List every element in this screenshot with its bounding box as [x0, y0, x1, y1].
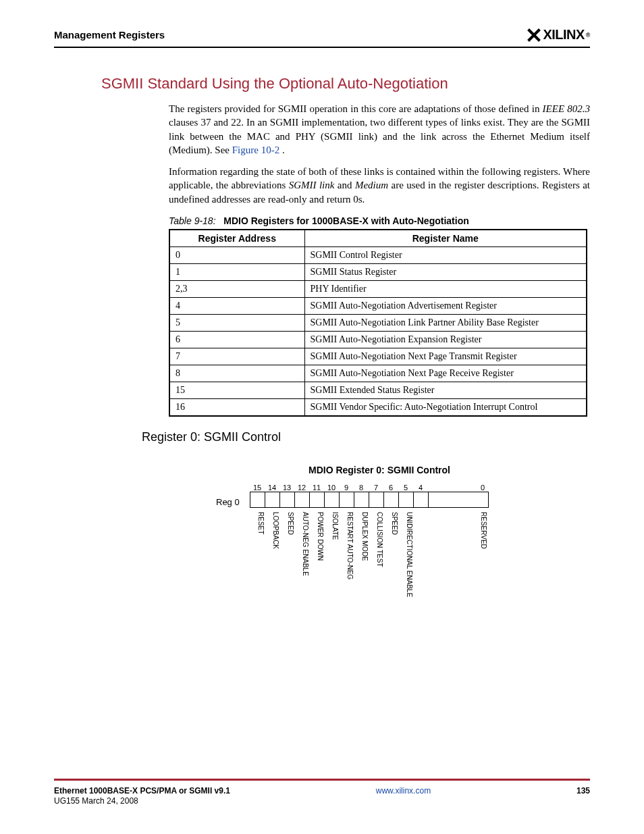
cell-name: SGMII Auto-Negotiation Advertisement Reg… — [304, 297, 587, 314]
bit-cell — [399, 492, 414, 507]
cell-name: SGMII Auto-Negotiation Expansion Registe… — [304, 331, 587, 348]
bit-cell — [310, 492, 325, 507]
table-header-row: Register Address Register Name — [169, 230, 587, 247]
table-row: 16SGMII Vendor Specific: Auto-Negotiatio… — [169, 398, 587, 416]
bit-label: SPEED — [383, 509, 398, 644]
cell-addr: 7 — [169, 348, 304, 365]
cell-addr: 1 — [169, 263, 304, 280]
xilinx-logo: XILINX ® — [527, 27, 590, 43]
bit-cell — [325, 492, 340, 507]
footer-url-link[interactable]: www.xilinx.com — [376, 786, 431, 796]
bit-cell — [414, 492, 429, 507]
bit-cell — [280, 492, 295, 507]
cell-name: SGMII Auto-Negotiation Next Page Receive… — [304, 365, 587, 382]
bit-label: DUPLEX MODE — [354, 509, 369, 644]
bit-cell — [250, 492, 265, 507]
bit-number: 4 — [413, 484, 428, 492]
section-heading: SGMII Standard Using the Optional Auto-N… — [101, 75, 590, 93]
table-row: 0SGMII Control Register — [169, 246, 587, 263]
bit-label: UNIDIRECTIONAL ENABLE — [398, 509, 413, 644]
xilinx-logo-text: XILINX — [543, 27, 584, 43]
cell-addr: 4 — [169, 297, 304, 314]
register-label: Reg 0 — [216, 497, 240, 507]
text-run: The registers provided for SGMII operati… — [169, 103, 543, 114]
footer-left: Ethernet 1000BASE-X PCS/PMA or SGMII v9.… — [54, 786, 230, 807]
bit-number: 8 — [354, 484, 369, 492]
cell-name: PHY Identifier — [304, 280, 587, 297]
table-row: 8SGMII Auto-Negotiation Next Page Receiv… — [169, 365, 587, 382]
page-footer: Ethernet 1000BASE-X PCS/PMA or SGMII v9.… — [54, 779, 590, 807]
table-row: 2,3PHY Identifier — [169, 280, 587, 297]
cell-name: SGMII Status Register — [304, 263, 587, 280]
bit-cells — [250, 492, 489, 508]
table-row: 15SGMII Extended Status Register — [169, 382, 587, 398]
figure-link[interactable]: Figure 10-2 — [232, 145, 279, 155]
text-run: . — [282, 145, 285, 155]
standard-name: IEEE 802.3 — [543, 103, 590, 114]
bit-number: 10 — [324, 484, 339, 492]
footer-url[interactable]: www.xilinx.com — [376, 786, 431, 796]
bit-label: LOOPBACK — [265, 509, 279, 644]
bit-label: COLLISION TEST — [369, 509, 383, 644]
mdio-registers-table: Register Address Register Name 0SGMII Co… — [169, 229, 587, 417]
doc-title: Ethernet 1000BASE-X PCS/PMA or SGMII v9.… — [54, 786, 230, 796]
bit-number: 15 — [250, 484, 265, 492]
bit-labels: RESET LOOPBACK SPEED AUTO-NEG ENABLE POW… — [250, 509, 587, 644]
subsection-heading: Register 0: SGMII Control — [142, 430, 590, 444]
bit-number: 12 — [294, 484, 309, 492]
registered-trademark-icon: ® — [586, 32, 590, 38]
bit-numbers: 15 14 13 12 11 10 9 8 7 6 5 4 0 — [250, 484, 587, 492]
cell-name: SGMII Auto-Negotiation Link Partner Abil… — [304, 314, 587, 331]
table-row: 7SGMII Auto-Negotiation Next Page Transm… — [169, 348, 587, 365]
bit-number: 5 — [398, 484, 413, 492]
table-row: 5SGMII Auto-Negotiation Link Partner Abi… — [169, 314, 587, 331]
header-section-title: Management Registers — [54, 29, 165, 41]
term-medium: Medium — [355, 180, 388, 190]
bit-number: 0 — [428, 484, 487, 492]
bit-label: RESET — [250, 509, 265, 644]
bit-number: 14 — [265, 484, 279, 492]
bit-number: 9 — [339, 484, 354, 492]
bit-number: 6 — [383, 484, 398, 492]
bit-cell — [354, 492, 369, 507]
intro-paragraph-1: The registers provided for SGMII operati… — [169, 102, 590, 157]
table-row: 4SGMII Auto-Negotiation Advertisement Re… — [169, 297, 587, 314]
cell-addr: 5 — [169, 314, 304, 331]
col-header-address: Register Address — [169, 230, 304, 247]
bit-number: 11 — [309, 484, 324, 492]
bit-cell — [384, 492, 399, 507]
bit-number: 7 — [369, 484, 383, 492]
xilinx-logo-icon — [527, 28, 541, 43]
intro-paragraph-2: Information regarding the state of both … — [169, 165, 590, 206]
bit-cell-reserved — [429, 492, 488, 507]
cell-name: SGMII Extended Status Register — [304, 382, 587, 398]
bit-label: RESTART AUTO-NEG — [339, 509, 354, 644]
cell-addr: 15 — [169, 382, 304, 398]
table-title: MDIO Registers for 1000BASE-X with Auto-… — [223, 215, 469, 226]
col-header-name: Register Name — [304, 230, 587, 247]
cell-name: SGMII Vendor Specific: Auto-Negotiation … — [304, 398, 587, 416]
page-header: Management Registers XILINX ® — [54, 27, 590, 48]
bit-label — [413, 509, 428, 644]
bit-cell — [295, 492, 310, 507]
term-sgmii-link: SGMII link — [289, 180, 335, 190]
bit-cell — [265, 492, 280, 507]
bit-label: POWER DOWN — [309, 509, 324, 644]
doc-id: UG155 March 24, 2008 — [54, 796, 138, 806]
bit-label: ISOLATE — [324, 509, 339, 644]
bit-label: SPEED — [279, 509, 294, 644]
cell-addr: 16 — [169, 398, 304, 416]
bit-label: AUTO-NEG ENABLE — [294, 509, 309, 644]
diagram-title: MDIO Register 0: SGMII Control — [54, 465, 590, 475]
register-diagram: Reg 0 15 14 13 12 11 10 9 8 7 6 5 4 0 RE… — [250, 484, 587, 644]
text-run: and — [338, 180, 355, 190]
cell-name: SGMII Auto-Negotiation Next Page Transmi… — [304, 348, 587, 365]
table-caption: Table 9-18: MDIO Registers for 1000BASE-… — [169, 215, 590, 226]
cell-addr: 0 — [169, 246, 304, 263]
bit-cell — [369, 492, 384, 507]
cell-addr: 6 — [169, 331, 304, 348]
table-row: 6SGMII Auto-Negotiation Expansion Regist… — [169, 331, 587, 348]
cell-addr: 8 — [169, 365, 304, 382]
page-number: 135 — [576, 786, 590, 807]
cell-addr: 2,3 — [169, 280, 304, 297]
